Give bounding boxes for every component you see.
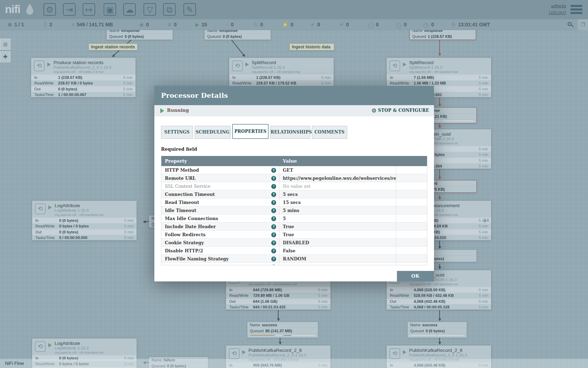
tab-relationships[interactable]: RELATIONSHIPS [270, 126, 310, 139]
refresh-stat: ↻13:01:41 GMT [451, 19, 490, 30]
processor-stats: In1 (228.57 KB)5 minRead/Write228.57 KB … [31, 75, 135, 98]
flow-label[interactable]: Ingest station records [89, 43, 138, 50]
tab-comments[interactable]: COMMENTS [312, 126, 347, 139]
global-menu-button[interactable] [570, 5, 582, 14]
processor-stat-row: Tasks/Time644 / 00:01:03.4255 min [226, 304, 330, 310]
logout-link[interactable]: LOG OUT [549, 11, 566, 15]
stat-label: Tasks/Time [35, 235, 55, 240]
stat-value: 1 / 00:00:00.067 [58, 92, 86, 97]
help-icon[interactable]: ? [271, 200, 276, 205]
stopped-count: 0 [231, 22, 233, 27]
stat-label: Read/Write [390, 80, 409, 86]
property-row-spacer [396, 190, 427, 198]
property-row: Include Date Header?True [161, 223, 427, 231]
help-icon[interactable]: ? [271, 265, 276, 265]
help-icon[interactable]: ? [271, 216, 276, 221]
processor[interactable]: ⟲Produce station recordsPublishKafkaReco… [31, 57, 136, 97]
cluster-stat: ⬢1 / 1 [8, 19, 24, 30]
property-value[interactable]: True [279, 223, 396, 230]
connection-label[interactable]: NamesuccessQueued85 (141.37 MB) [247, 322, 318, 338]
nifi-logo: nifi [5, 3, 20, 16]
processor-header: ⟲SplitRecordSplitRecord 1.16.3org.apache… [229, 58, 334, 75]
run-status-label: Running [167, 108, 189, 113]
property-value[interactable]: DISABLED [279, 239, 396, 246]
connection-line [278, 310, 279, 319]
sync-failure-icon: ? [424, 23, 429, 28]
help-icon[interactable]: ? [271, 192, 276, 197]
operate-palette[interactable]: ✚ [0, 51, 10, 62]
flow-label[interactable]: Ingest historic data [289, 43, 334, 50]
stat-label: Read/Write [229, 293, 248, 298]
search-icon[interactable] [568, 22, 573, 28]
process-group-icon[interactable]: ▣ [104, 3, 116, 16]
stat-window: 5 min [479, 293, 488, 298]
connection-label[interactable]: NamesuccessQueued0 (0 bytes) [407, 322, 467, 338]
help-icon[interactable]: ? [271, 224, 276, 229]
search-tail [571, 25, 573, 27]
property-value[interactable]: https://www.pegelonline.wsv.de/webservic… [279, 174, 396, 182]
property-name: Connection Timeout? [161, 190, 279, 198]
nifi-drop-icon [25, 3, 34, 17]
stop-and-configure-button[interactable]: ⚙STOP & CONFIGURE [371, 107, 429, 114]
help-icon[interactable]: ? [271, 168, 276, 173]
transmitting-count: 0 [146, 22, 149, 27]
properties-table: Property Value HTTP Method?GETRemote URL… [161, 156, 427, 265]
processor-bundle: org.apache.nifi - nifi-standard-nar [55, 350, 104, 354]
property-value[interactable]: 15 secs [279, 198, 396, 206]
processor-name: LogAttribute [55, 203, 80, 208]
label-icon[interactable]: ✎ [183, 3, 196, 16]
processor-type: PublishKafkaRecord_2_6 1.16.3 [54, 65, 111, 69]
tab-scheduling[interactable]: SCHEDULING [195, 126, 231, 139]
property-value[interactable]: False [279, 247, 396, 254]
backpressure-bars [408, 334, 467, 338]
backpressure-bars [247, 334, 318, 338]
stat-value: 644 (729.89 MB) [253, 287, 282, 293]
breadcrumb[interactable]: NiFi Flow [5, 361, 24, 366]
invalid-count: 0 [260, 22, 263, 27]
tab-properties[interactable]: PROPERTIES [232, 124, 268, 139]
panel-toggle-button[interactable]: ❐ [578, 19, 588, 30]
property-value[interactable]: No value set [279, 182, 396, 190]
property-row-spacer [396, 166, 427, 174]
stat-window: 5 min [124, 235, 134, 240]
input-port-icon[interactable]: ⇥ [63, 3, 76, 16]
cluster-icon: ⬢ [8, 19, 12, 30]
properties-table-body: HTTP Method?GETRemote URL?https://www.pe… [161, 166, 427, 265]
stat-label: In [35, 218, 38, 223]
property-value[interactable]: True [279, 231, 396, 238]
help-icon[interactable]: ? [271, 248, 276, 253]
property-value[interactable]: 5 [279, 214, 396, 222]
stat-value: 1.56 MB / 1.23 MB [414, 80, 446, 86]
processor-stamp-icon: ⟲ [34, 61, 44, 71]
help-icon[interactable]: ? [271, 208, 276, 213]
ok-button[interactable]: OK [397, 271, 434, 281]
help-icon[interactable]: ? [271, 176, 276, 181]
help-icon[interactable]: ? [271, 184, 276, 189]
property-value[interactable]: 5 secs [279, 190, 396, 198]
property-value[interactable]: RANDOM [279, 255, 396, 263]
help-icon[interactable]: ? [271, 240, 276, 245]
processor-header: ⟲Produce station recordsPublishKafkaReco… [31, 58, 135, 75]
processor-stat-row: Out0 (0 bytes)5 min [31, 86, 135, 92]
help-icon[interactable]: ? [271, 257, 276, 261]
navigate-palette[interactable]: ◎ [0, 39, 10, 50]
run-status-icon [242, 350, 246, 354]
queued-count: 549 / 141.71 MB [77, 22, 113, 27]
processor-icon[interactable]: ⚙ [43, 3, 56, 16]
invalid-stat: ⚠0 [253, 19, 263, 30]
remote-process-group-icon[interactable]: ☁ [123, 3, 136, 16]
property-row-spacer [396, 231, 427, 238]
tab-settings[interactable]: SETTINGS [161, 126, 193, 139]
stale-stat: ↑0 [368, 19, 379, 30]
connection-arrowhead [439, 197, 441, 200]
funnel-icon[interactable]: ▽ [144, 3, 156, 16]
template-icon[interactable]: ⧉ [163, 3, 176, 16]
property-value[interactable]: 5 mins [279, 206, 396, 214]
help-icon[interactable]: ? [271, 232, 276, 237]
property-value[interactable]: No value set [279, 263, 396, 265]
stat-window: 5 min [318, 293, 328, 298]
connection-line [439, 169, 440, 177]
processor[interactable]: ⟲LogAttributeLogAttribute 1.16.3org.apac… [32, 200, 137, 240]
property-value[interactable]: GET [279, 166, 396, 174]
output-port-icon[interactable]: ↦ [83, 3, 95, 16]
